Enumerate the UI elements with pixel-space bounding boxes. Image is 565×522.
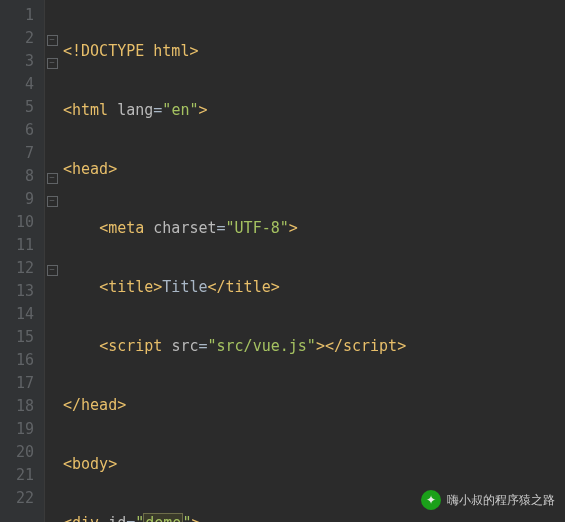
line-number: 3 [6,50,34,73]
code-line[interactable]: <div id="demo"> [63,512,453,522]
watermark: ✦ 嗨小叔的程序猿之路 [421,490,555,510]
line-number: 13 [6,280,34,303]
line-number: 18 [6,395,34,418]
line-number: 14 [6,303,34,326]
line-number: 9 [6,188,34,211]
line-number: 19 [6,418,34,441]
fold-toggle-icon[interactable]: − [47,173,58,184]
line-number: 12 [6,257,34,280]
watermark-text: 嗨小叔的程序猿之路 [447,492,555,509]
line-number: 8 [6,165,34,188]
fold-toggle-icon[interactable]: − [47,35,58,46]
line-number: 20 [6,441,34,464]
line-number: 16 [6,349,34,372]
fold-toggle-icon[interactable]: − [47,265,58,276]
line-number: 10 [6,211,34,234]
code-editor[interactable]: 1 2 3 4 5 6 7 8 9 10 11 12 13 14 15 16 1… [0,0,565,522]
fold-column[interactable]: − − − − − [45,0,59,522]
line-number: 7 [6,142,34,165]
line-number: 2 [6,27,34,50]
code-line[interactable]: <html lang="en"> [63,99,453,122]
wechat-icon: ✦ [421,490,441,510]
line-number: 4 [6,73,34,96]
line-number: 15 [6,326,34,349]
code-line[interactable]: <!DOCTYPE html> [63,40,453,63]
line-number: 6 [6,119,34,142]
code-line[interactable]: <body> [63,453,453,476]
line-number: 17 [6,372,34,395]
line-number: 11 [6,234,34,257]
code-area[interactable]: <!DOCTYPE html> <html lang="en"> <head> … [59,0,453,522]
selection-highlight: demo [144,514,182,522]
code-line[interactable]: <meta charset="UTF-8"> [63,217,453,240]
line-number: 5 [6,96,34,119]
line-number-gutter: 1 2 3 4 5 6 7 8 9 10 11 12 13 14 15 16 1… [0,0,45,522]
code-line[interactable]: </head> [63,394,453,417]
code-line[interactable]: <script src="src/vue.js"></script> [63,335,453,358]
line-number: 22 [6,487,34,510]
line-number: 1 [6,4,34,27]
code-line[interactable]: <head> [63,158,453,181]
code-line[interactable]: <title>Title</title> [63,276,453,299]
fold-toggle-icon[interactable]: − [47,58,58,69]
fold-toggle-icon[interactable]: − [47,196,58,207]
line-number: 21 [6,464,34,487]
